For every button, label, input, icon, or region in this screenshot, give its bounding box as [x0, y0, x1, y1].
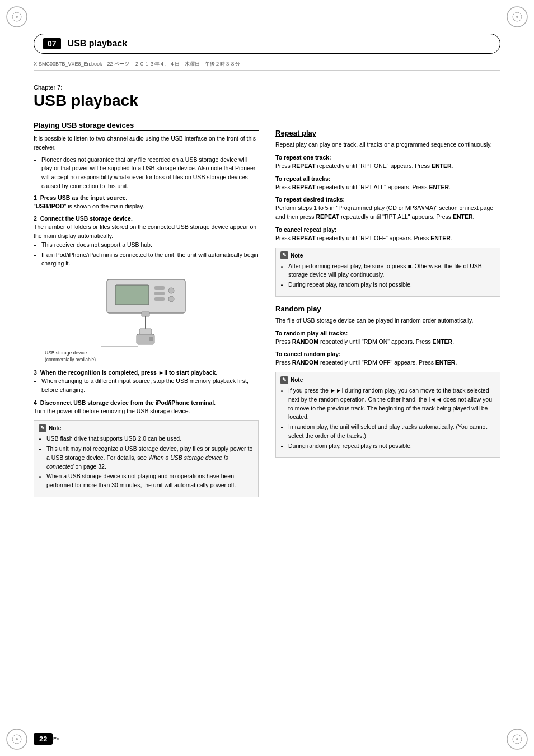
step-3-title: 3 When the recognition is completed, pre…	[34, 369, 259, 376]
page-lang: En	[53, 736, 59, 741]
repeat-sub-2-body: Press REPEAT repeatedly until "RPT ALL" …	[275, 183, 500, 192]
step-1-heading: Press USB as the input source.	[40, 194, 128, 201]
step-2-bullet-2: If an iPod/iPhone/iPad mini is connected…	[41, 251, 259, 269]
step-3: 3 When the recognition is completed, pre…	[34, 369, 259, 395]
random-sub-1-heading: To random play all tracks:	[275, 330, 500, 337]
repeat-sub-4-body: Press REPEAT repeatedly until "RPT OFF" …	[275, 234, 500, 243]
svg-rect-14	[154, 286, 165, 290]
step-3-bullets: When changing to a different input sourc…	[34, 377, 259, 395]
note-item-repeat-1: During repeat play, random play is not p…	[288, 281, 495, 290]
svg-point-11	[516, 738, 518, 740]
right-column: Repeat play Repeat play can play one tra…	[275, 121, 500, 722]
pioneer-note-list: Pioneer does not guarantee that any file…	[34, 156, 259, 191]
step-2-title: 2 Connect the USB storage device.	[34, 215, 259, 222]
corner-decoration-br	[506, 728, 528, 750]
svg-rect-16	[154, 297, 165, 301]
random-sub-1-body: Press RANDOM repeatedly until "RDM ON" a…	[275, 338, 500, 347]
note-icon-left: ✎	[39, 424, 46, 432]
chapter-label: Chapter 7:	[34, 84, 500, 91]
svg-point-2	[16, 16, 18, 18]
chapter-number: 07	[43, 38, 61, 49]
two-column-layout: Playing USB storage devices It is possib…	[34, 121, 500, 722]
note-box-random: ✎ Note If you press the ►►I during rando…	[275, 372, 500, 458]
file-info-bar: X-SMC00BTB_VXE8_En.book 22 ページ ２０１３年４月４日…	[34, 60, 500, 71]
note-label-random: Note	[291, 376, 303, 384]
repeat-sub-3-body: Perform steps 1 to 5 in "Programmed play…	[275, 204, 500, 222]
random-sub-2-body: Press RANDOM repeatedly until "RDM OFF" …	[275, 358, 500, 367]
corner-decoration-tl	[6, 6, 28, 28]
step-1-usb-ipod: USB/IPOD	[36, 203, 64, 209]
usb-illustration	[90, 274, 202, 352]
repeat-sub-1-body: Press REPEAT repeatedly until "RPT ONE" …	[275, 162, 500, 171]
corner-decoration-bl	[6, 728, 28, 750]
header-title: USB playback	[68, 39, 128, 49]
usb-diagram: USB storage device(commercially availabl…	[34, 274, 259, 363]
note-item-left-1: This unit may not recognize a USB storag…	[46, 445, 254, 471]
random-sub-2-heading: To cancel random play:	[275, 351, 500, 357]
note-item-random-0: If you press the ►►I during random play,…	[288, 386, 495, 422]
usb-device-label: USB storage device(commercially availabl…	[45, 350, 96, 363]
step-2-num: 2	[34, 215, 40, 222]
step-1-num: 1	[34, 194, 40, 201]
note-label-left: Note	[49, 424, 61, 432]
section-intro: It is possible to listen to two-channel …	[34, 134, 259, 152]
note-box-repeat-title: ✎ Note	[280, 251, 495, 260]
note-icon-repeat: ✎	[280, 251, 288, 259]
svg-rect-15	[154, 292, 165, 295]
repeat-sub-3-heading: To repeat desired tracks:	[275, 196, 500, 203]
svg-rect-23	[149, 337, 153, 341]
svg-point-18	[168, 296, 174, 302]
svg-point-5	[516, 16, 518, 18]
note-item-repeat-0: After performing repeat play, be sure to…	[288, 262, 495, 280]
step-2-body: The number of folders or files stored on…	[34, 223, 259, 241]
note-icon-random: ✎	[280, 376, 288, 384]
note-item-random-2: During random play, repeat play is not p…	[288, 442, 495, 451]
section-heading-random: Random play	[275, 305, 500, 313]
note-box-left-title: ✎ Note	[39, 424, 254, 432]
step-2-bullets: This receiver does not support a USB hub…	[34, 241, 259, 268]
chapter-main-title: USB playback	[34, 92, 500, 110]
random-intro: The file of USB storage device can be pl…	[275, 316, 500, 325]
section-heading-repeat: Repeat play	[275, 129, 500, 137]
pioneer-note-item: Pioneer does not guarantee that any file…	[41, 156, 259, 191]
note-list-left: USB flash drive that supports USB 2.0 ca…	[39, 435, 254, 490]
note-list-random: If you press the ►►I during random play,…	[280, 386, 495, 450]
note-label-repeat: Note	[291, 251, 303, 260]
note-item-random-1: In random play, the unit will select and…	[288, 423, 495, 441]
note-item-left-0: USB flash drive that supports USB 2.0 ca…	[46, 435, 254, 444]
corner-decoration-tr	[506, 6, 528, 28]
section-heading-playing: Playing USB storage devices	[34, 121, 259, 131]
svg-point-8	[16, 738, 18, 740]
step-1: 1 Press USB as the input source. "USB/IP…	[34, 194, 259, 211]
step-2: 2 Connect the USB storage device. The nu…	[34, 215, 259, 268]
note-list-repeat: After performing repeat play, be sure to…	[280, 262, 495, 290]
step-2-bullet-1: This receiver does not support a USB hub…	[41, 241, 259, 250]
note-item-left-2: When a USB storage device is not playing…	[46, 472, 254, 490]
note-box-random-title: ✎ Note	[280, 376, 495, 384]
svg-rect-21	[139, 329, 152, 334]
note-box-repeat: ✎ Note After performing repeat play, be …	[275, 248, 500, 297]
step-3-bullet-1: When changing to a different input sourc…	[41, 377, 259, 395]
left-column: Playing USB storage devices It is possib…	[34, 121, 259, 722]
svg-rect-19	[142, 312, 149, 316]
repeat-sub-4-heading: To cancel repeat play:	[275, 226, 500, 233]
svg-rect-13	[115, 285, 149, 305]
note-box-left: ✎ Note USB flash drive that supports USB…	[34, 420, 259, 497]
step-1-text-post: " is shown on the main display.	[64, 203, 144, 209]
step-4-title: 4 Disconnect USB storage device from the…	[34, 399, 259, 406]
header-bar: 07 USB playback	[34, 34, 500, 54]
page-number: 22	[34, 733, 53, 745]
main-content: Chapter 7: USB playback Playing USB stor…	[34, 73, 500, 722]
repeat-sub-2-heading: To repeat all tracks:	[275, 175, 500, 182]
svg-point-17	[168, 288, 174, 293]
step-2-heading: Connect the USB storage device.	[40, 215, 133, 222]
step-1-body: "USB/IPOD" is shown on the main display.	[34, 202, 259, 211]
step-3-num: 3 When the recognition is completed, pre…	[34, 369, 217, 376]
step-4: 4 Disconnect USB storage device from the…	[34, 399, 259, 416]
repeat-intro: Repeat play can play one track, all trac…	[275, 141, 500, 150]
step-4-heading: 4 Disconnect USB storage device from the…	[34, 399, 216, 406]
repeat-sub-1-heading: To repeat one track:	[275, 154, 500, 161]
file-info-text: X-SMC00BTB_VXE8_En.book 22 ページ ２０１３年４月４日…	[34, 61, 240, 67]
step-1-title: 1 Press USB as the input source.	[34, 194, 259, 201]
step-4-body: Turn the power off before removing the U…	[34, 407, 259, 416]
